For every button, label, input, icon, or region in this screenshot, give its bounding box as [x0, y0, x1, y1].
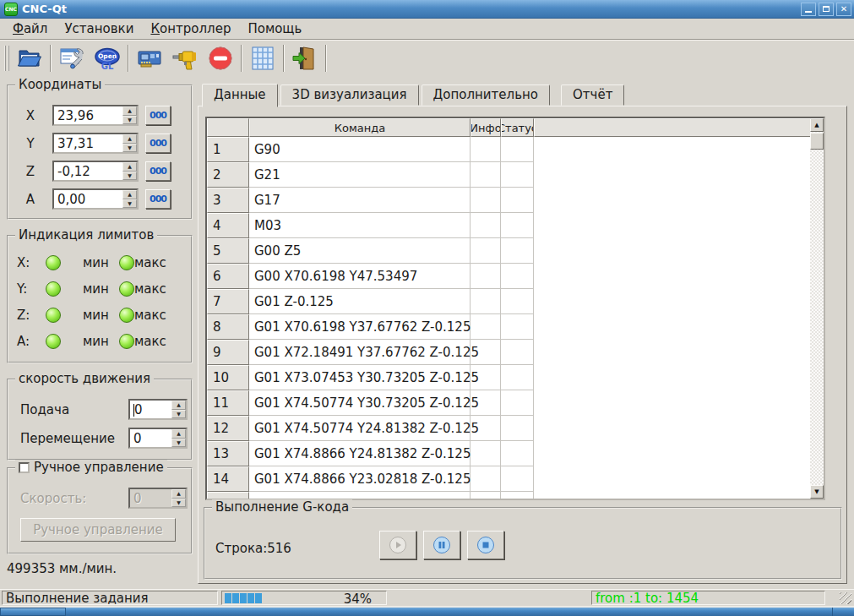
limits-title: Индикация лимитов — [15, 227, 157, 243]
table-row[interactable]: 1 G90 — [207, 137, 824, 162]
row-command: G01 X72.18491 Y37.67762 Z-0.125 — [249, 340, 471, 365]
close-button[interactable]: ✕ — [836, 3, 851, 16]
program-settings-button[interactable] — [54, 41, 90, 75]
spin-down[interactable]: ▼ — [171, 439, 186, 448]
table-row[interactable]: 6 G00 X70.6198 Y47.53497 — [207, 264, 824, 289]
app-icon: CNC — [4, 3, 18, 16]
spin-down[interactable]: ▼ — [171, 410, 186, 419]
spin-down[interactable]: ▼ — [122, 172, 137, 181]
scrollbar-down-arrow[interactable]: ▼ — [810, 485, 824, 499]
row-number: 1 — [207, 137, 249, 162]
gcode-execution-group: Выполнение G-кода Строка:516 — [204, 507, 842, 580]
spin-up[interactable]: ▲ — [122, 190, 137, 199]
row-status — [501, 441, 534, 466]
header-command[interactable]: Команда — [249, 118, 471, 137]
scrollbar-up-arrow[interactable]: ▲ — [810, 118, 824, 132]
table-vertical-scrollbar[interactable]: ▲ ▼ — [810, 118, 824, 499]
spin-down[interactable]: ▼ — [122, 116, 137, 125]
spin-up[interactable]: ▲ — [122, 134, 137, 144]
row-number: 13 — [207, 441, 249, 466]
y-zero-button[interactable]: 000 — [145, 134, 171, 153]
row-info — [471, 390, 501, 416]
menu-help[interactable]: Помощь — [240, 20, 309, 37]
resize-grip[interactable] — [840, 592, 851, 604]
spin-up[interactable]: ▲ — [122, 106, 137, 116]
spin-up[interactable]: ▲ — [171, 401, 186, 410]
table-row[interactable]: 2 G21 — [207, 162, 824, 188]
table-row[interactable]: 8 G01 X70.6198 Y37.67762 Z-0.125 — [207, 314, 824, 340]
table-row[interactable]: 14 G01 X74.8866 Y23.02818 Z-0.125 — [207, 466, 824, 492]
speed-title: скорость движения — [15, 371, 154, 386]
app-window: CNC CNC-Qt ✕ Файл Установки Контроллер П… — [0, 0, 854, 616]
spin-up[interactable]: ▲ — [122, 162, 137, 172]
row-info — [471, 162, 501, 188]
row-status — [501, 416, 534, 441]
table-row[interactable]: 5 G00 Z5 — [207, 238, 824, 264]
manual-control-checkbox[interactable] — [19, 462, 30, 473]
toolbar-handle[interactable] — [4, 46, 9, 71]
progress-segment — [255, 593, 262, 603]
menu-file[interactable]: Файл — [5, 20, 55, 37]
header-status[interactable]: Статус — [501, 118, 534, 137]
a-zero-button[interactable]: 000 — [145, 189, 171, 209]
menu-settings[interactable]: Установки — [57, 20, 141, 37]
menu-controller[interactable]: Контроллер — [143, 20, 238, 37]
spin-down[interactable]: ▼ — [122, 144, 137, 153]
bottom-scrollbar-thumb[interactable] — [0, 608, 66, 616]
z-coordinate-input[interactable]: -0,12 ▲▼ — [52, 161, 139, 182]
tab-3d-visualization[interactable]: 3D визуализация — [280, 84, 419, 106]
y-max-limit-led — [119, 281, 134, 297]
gcode-table[interactable]: Команда Инфо Статус 1 G90 2 G21 — [205, 117, 825, 500]
spin-up[interactable]: ▲ — [171, 429, 186, 439]
opengl-view-button[interactable]: Open GL — [90, 41, 125, 75]
grid-button[interactable] — [245, 41, 280, 75]
spindle-button[interactable] — [167, 41, 203, 75]
maximize-button[interactable] — [819, 3, 834, 16]
a-coordinate-input[interactable]: 0,00 ▲▼ — [52, 188, 139, 210]
table-row[interactable]: 7 G01 Z-0.125 — [207, 289, 824, 314]
progress-bar: 34% — [221, 591, 387, 605]
svg-text:GL: GL — [101, 62, 114, 71]
open-file-button[interactable] — [12, 41, 47, 75]
header-row-number[interactable] — [207, 118, 249, 137]
table-row[interactable]: 12 G01 X74.50774 Y24.81382 Z-0.125 — [207, 416, 824, 441]
minimize-button[interactable] — [801, 3, 816, 16]
spin-down[interactable]: ▼ — [122, 199, 137, 209]
window-title: CNC-Qt — [22, 3, 801, 15]
y-coordinate-input[interactable]: 37,31 ▲▼ — [52, 133, 139, 154]
x-zero-button[interactable]: 000 — [145, 106, 171, 125]
x-coordinate-input[interactable]: 23,96 ▲▼ — [52, 105, 139, 126]
row-info — [471, 441, 501, 466]
table-row[interactable]: 10 G01 X73.07453 Y30.73205 Z-0.125 — [207, 365, 824, 390]
row-status — [501, 365, 534, 390]
titlebar[interactable]: CNC CNC-Qt ✕ — [0, 0, 854, 19]
exit-button[interactable] — [287, 41, 323, 75]
stop-exec-button[interactable] — [467, 531, 504, 559]
progress-segment — [232, 593, 239, 603]
manual-speed-label: Скорость: — [20, 491, 128, 506]
current-line-label: Строка:516 — [215, 541, 291, 556]
row-command: G01 X73.07453 Y30.73205 Z-0.125 — [249, 365, 471, 390]
tab-additional[interactable]: Дополнительно — [422, 84, 550, 106]
z-zero-button[interactable]: 000 — [145, 161, 171, 181]
row-command: G00 Z5 — [249, 238, 471, 264]
y-min-limit-led — [46, 281, 61, 297]
move-input[interactable]: 0 ▲▼ — [128, 428, 188, 449]
header-info[interactable]: Инфо — [471, 118, 501, 137]
stop-button[interactable] — [203, 41, 238, 75]
table-row[interactable]: 9 G01 X72.18491 Y37.67762 Z-0.125 — [207, 340, 824, 365]
controller-button[interactable] — [132, 41, 167, 75]
row-command: G01 X74.8866 Y23.02818 Z-0.125 — [249, 466, 471, 492]
pause-button[interactable] — [423, 531, 460, 559]
scrollbar-thumb[interactable] — [810, 133, 824, 150]
table-row[interactable]: 13 G01 X74.8866 Y24.81382 Z-0.125 — [207, 441, 824, 466]
table-row[interactable]: 4 M03 — [207, 213, 824, 238]
table-row[interactable]: 3 G17 — [207, 188, 824, 213]
table-row[interactable]: 11 G01 X74.50774 Y30.73205 Z-0.125 — [207, 390, 824, 416]
feed-input[interactable]: 0 ▲▼ — [128, 399, 188, 420]
tab-data[interactable]: Данные — [202, 84, 278, 107]
row-command: G17 — [249, 188, 471, 213]
tab-report[interactable]: Отчёт — [561, 84, 624, 106]
bottom-scrollbar[interactable] — [0, 606, 854, 616]
toolbar-separator — [50, 45, 52, 72]
